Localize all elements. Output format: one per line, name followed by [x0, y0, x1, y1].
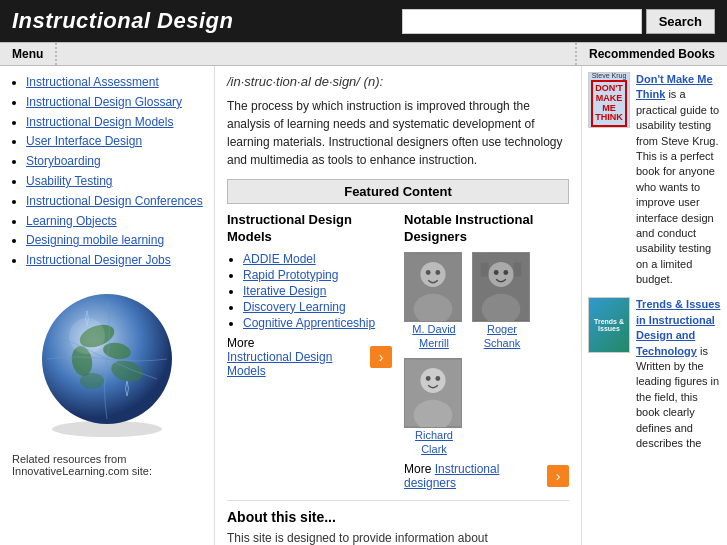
model-link[interactable]: ADDIE Model: [243, 252, 316, 266]
model-link[interactable]: Discovery Learning: [243, 300, 346, 314]
svg-point-6: [80, 373, 104, 389]
definition-body: The process by which instruction is impr…: [227, 97, 569, 169]
svg-point-12: [435, 270, 440, 275]
designers-arrow-button[interactable]: ›: [547, 465, 569, 487]
about-section: About this site... This site is designed…: [227, 500, 569, 545]
navbar: Menu Recommended Books: [0, 42, 727, 66]
designer-item: Richard Clark: [404, 358, 464, 456]
search-area: Search: [402, 9, 715, 34]
book-item-dmmt: Steve Krug DON'T MAKE ME THINK Don't Mak…: [588, 72, 721, 287]
book-info-dmmt: Don't Make Me Think is a practical guide…: [636, 72, 721, 287]
designer-item: Roger Schank: [472, 252, 532, 350]
sidebar-list-item: Designing mobile learning: [26, 232, 206, 249]
book-desc-dmmt: is a practical guide to usability testin…: [636, 88, 719, 285]
designer-photo-merrill: [404, 252, 462, 322]
nav-spacer: [57, 43, 577, 65]
designer-face-clark: [405, 359, 461, 427]
sidebar-link[interactable]: Storyboarding: [26, 154, 101, 168]
sidebar-list-item: User Interface Design: [26, 133, 206, 150]
book-desc-trends: is Written by the leading figures in the…: [636, 345, 719, 449]
model-link[interactable]: Rapid Prototyping: [243, 268, 338, 282]
globe-image: [27, 281, 187, 441]
notable-designers-col: Notable Instructional Designers: [404, 212, 569, 490]
sidebar-list-item: Instructional Design Models: [26, 114, 206, 131]
book-item-trends: Trends & Issues Trends & Issues in Instr…: [588, 297, 721, 451]
sidebar-related-text: Related resources from InnovativeLearnin…: [8, 453, 206, 477]
sidebar-list-item: Instructional Design Glossary: [26, 94, 206, 111]
svg-point-17: [503, 270, 508, 275]
svg-point-21: [420, 368, 445, 393]
sidebar-link[interactable]: Instructional Design Models: [26, 115, 173, 129]
model-list-item: Discovery Learning: [243, 300, 392, 314]
search-input[interactable]: [402, 9, 642, 34]
svg-rect-19: [514, 263, 522, 277]
about-text: This site is designed to provide informa…: [227, 529, 569, 545]
model-list-item: Rapid Prototyping: [243, 268, 392, 282]
sidebar-list-item: Learning Objects: [26, 213, 206, 230]
designer-name-schank: Roger Schank: [472, 322, 532, 350]
svg-point-7: [69, 318, 105, 354]
svg-point-24: [435, 376, 440, 381]
designers-grid: M. David Merrill: [404, 252, 569, 456]
sidebar-link[interactable]: Usability Testing: [26, 174, 112, 188]
more-models-link: MoreInstructional Design Models ›: [227, 336, 392, 378]
definition-heading: /in·struc·tion·al de·sign/ (n):: [227, 74, 569, 89]
book-cover-trends: Trends & Issues: [588, 297, 630, 353]
sidebar: Instructional AssessmentInstructional De…: [0, 66, 215, 545]
designer-name-merrill: M. David Merrill: [404, 322, 464, 350]
search-button[interactable]: Search: [646, 9, 715, 34]
sidebar-link[interactable]: Instructional Assessment: [26, 75, 159, 89]
sidebar-link[interactable]: Instructional Design Conferences: [26, 194, 203, 208]
svg-rect-18: [481, 263, 489, 277]
book-info-trends: Trends & Issues in Instructional Design …: [636, 297, 721, 451]
design-models-col: Instructional Design Models ADDIE ModelR…: [227, 212, 392, 490]
sidebar-link[interactable]: Learning Objects: [26, 214, 117, 228]
recommended-label: Recommended Books: [577, 43, 727, 65]
sidebar-nav-list: Instructional AssessmentInstructional De…: [8, 74, 206, 269]
model-list-item: Iterative Design: [243, 284, 392, 298]
sidebar-list-item: Instructional Design Conferences: [26, 193, 206, 210]
more-models-text: MoreInstructional Design Models: [227, 336, 366, 378]
sidebar-list-item: Usability Testing: [26, 173, 206, 190]
designer-face-schank: [473, 253, 529, 321]
designer-item: M. David Merrill: [404, 252, 464, 350]
merrill-link[interactable]: M. David Merrill: [412, 323, 455, 349]
svg-point-11: [426, 270, 431, 275]
sidebar-link[interactable]: Designing mobile learning: [26, 233, 164, 247]
models-link[interactable]: Instructional Design Models: [227, 350, 332, 378]
model-list-item: Cognitive Apprenticeship: [243, 316, 392, 330]
svg-point-16: [494, 270, 499, 275]
sidebar-link[interactable]: User Interface Design: [26, 134, 142, 148]
sidebar-list-item: Storyboarding: [26, 153, 206, 170]
more-designers-text: More Instructional designers: [404, 462, 543, 490]
svg-point-14: [488, 262, 513, 287]
sidebar-list-item: Instructional Assessment: [26, 74, 206, 91]
models-list: ADDIE ModelRapid PrototypingIterative De…: [227, 252, 392, 330]
sidebar-list-item: Instructional Designer Jobs: [26, 252, 206, 269]
sidebar-link[interactable]: Instructional Design Glossary: [26, 95, 182, 109]
featured-content-label: Featured Content: [227, 179, 569, 204]
dmmt-graphic: Steve Krug DON'T MAKE ME THINK: [589, 73, 629, 127]
more-designers-link: More Instructional designers ›: [404, 462, 569, 490]
books-sidebar: Steve Krug DON'T MAKE ME THINK Don't Mak…: [582, 66, 727, 545]
designer-photo-schank: [472, 252, 530, 322]
col1-title: Instructional Design Models: [227, 212, 392, 246]
model-list-item: ADDIE Model: [243, 252, 392, 266]
site-title: Instructional Design: [12, 8, 233, 34]
sidebar-link[interactable]: Instructional Designer Jobs: [26, 253, 171, 267]
models-arrow-button[interactable]: ›: [370, 346, 392, 368]
designer-face-merrill: [405, 253, 461, 321]
col2-title: Notable Instructional Designers: [404, 212, 569, 246]
designers-link[interactable]: Instructional designers: [404, 462, 499, 490]
main-content: /in·struc·tion·al de·sign/ (n): The proc…: [215, 66, 582, 545]
header: Instructional Design Search: [0, 0, 727, 42]
model-link[interactable]: Iterative Design: [243, 284, 326, 298]
designer-name-clark: Richard Clark: [404, 428, 464, 456]
model-link[interactable]: Cognitive Apprenticeship: [243, 316, 375, 330]
clark-link[interactable]: Richard Clark: [415, 429, 453, 455]
main: Instructional AssessmentInstructional De…: [0, 66, 727, 545]
schank-link[interactable]: Roger Schank: [484, 323, 521, 349]
designer-photo-clark: [404, 358, 462, 428]
about-title: About this site...: [227, 509, 569, 525]
dmmt-title: DON'T MAKE ME THINK: [591, 80, 627, 128]
